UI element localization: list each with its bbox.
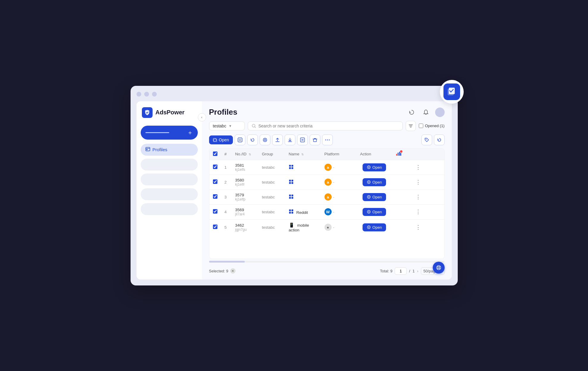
row-checkbox-cell[interactable] xyxy=(209,190,221,204)
sidebar-item-3[interactable] xyxy=(141,173,198,185)
svg-rect-3 xyxy=(146,149,148,150)
selected-count: Selected: 9 ✕ xyxy=(209,268,236,274)
header-no-id[interactable]: No./ID ⇅ xyxy=(232,149,258,160)
row-checkbox[interactable] xyxy=(213,194,217,199)
sidebar-item-2[interactable] xyxy=(141,159,198,170)
svg-rect-11 xyxy=(313,139,316,142)
row-open-button[interactable]: Open xyxy=(363,223,386,231)
logo-icon xyxy=(142,107,153,118)
row-more[interactable]: ⋮ xyxy=(392,160,444,175)
row-more-button[interactable]: ⋮ xyxy=(414,223,423,231)
open-action-button[interactable]: Open xyxy=(209,135,233,144)
header-name[interactable]: Name ⇅ xyxy=(285,149,321,160)
upload-action-button[interactable] xyxy=(272,135,283,145)
table-row: 3 3579 kj1elfp testabc a - xyxy=(209,190,444,204)
row-action: Open xyxy=(357,204,392,219)
plus-icon: ＋ xyxy=(187,129,193,137)
filter-button[interactable] xyxy=(406,121,416,131)
header-action: Action xyxy=(357,149,392,160)
refresh-profiles-button[interactable] xyxy=(247,135,258,145)
clear-selection-button[interactable]: ✕ xyxy=(230,268,236,274)
sidebar-item-profiles[interactable]: Profiles xyxy=(141,144,198,156)
more-action-button[interactable] xyxy=(322,135,333,145)
row-open-button[interactable]: Open xyxy=(363,193,386,201)
row-checkbox[interactable] xyxy=(213,209,217,214)
row-action: Open xyxy=(357,175,392,190)
row-checkbox-cell[interactable] xyxy=(209,175,221,190)
svg-point-43 xyxy=(368,211,370,213)
close-action-button[interactable] xyxy=(260,135,270,145)
group-select-dropdown[interactable]: testabc ▼ xyxy=(209,121,245,130)
row-more[interactable]: ⋮ xyxy=(392,190,444,204)
support-button[interactable] xyxy=(433,262,445,274)
notification-button[interactable] xyxy=(421,107,431,117)
row-checkbox[interactable] xyxy=(213,179,217,184)
svg-rect-18 xyxy=(399,152,400,156)
header-num: # xyxy=(221,149,232,160)
row-more-button[interactable]: ⋮ xyxy=(414,178,423,186)
traffic-light-red[interactable] xyxy=(137,92,141,97)
traffic-light-green[interactable] xyxy=(152,92,157,97)
export-action-button[interactable] xyxy=(297,135,308,145)
header-stats[interactable] xyxy=(392,149,444,160)
row-more-button[interactable]: ⋮ xyxy=(414,163,423,171)
row-id: 3569 jil7ar4 xyxy=(232,204,258,219)
collapse-sidebar-button[interactable]: ‹ xyxy=(198,113,206,121)
platform-icon: W xyxy=(324,208,332,215)
row-action: Open xyxy=(357,190,392,204)
svg-point-8 xyxy=(239,139,241,141)
name-icon xyxy=(289,181,294,185)
opened-badge[interactable]: Opened (1) xyxy=(419,124,445,128)
row-checkbox-cell[interactable] xyxy=(209,219,221,235)
header-checkbox-cell[interactable] xyxy=(209,149,221,160)
traffic-light-yellow[interactable] xyxy=(144,92,149,97)
svg-point-37 xyxy=(368,196,370,198)
horizontal-scrollbar[interactable] xyxy=(209,261,445,263)
sidebar-item-5[interactable] xyxy=(141,203,198,215)
floating-checkmark-badge xyxy=(440,80,464,104)
search-input[interactable] xyxy=(258,124,399,128)
svg-rect-41 xyxy=(291,212,293,214)
opened-checkbox[interactable] xyxy=(419,124,423,128)
row-open-button[interactable]: Open xyxy=(363,208,386,216)
table-row: 2 3580 kj1elfr testabc a - xyxy=(209,175,444,190)
sidebar-item-4[interactable] xyxy=(141,188,198,200)
row-num: 4 xyxy=(221,204,232,219)
row-platform: a - xyxy=(321,175,357,190)
name-icon xyxy=(289,166,294,170)
row-checkbox-cell[interactable] xyxy=(209,160,221,175)
row-more[interactable]: ⋮ xyxy=(392,219,444,235)
page-nav-next[interactable]: › xyxy=(417,269,418,273)
platform-icon: a xyxy=(324,179,332,186)
row-checkbox[interactable] xyxy=(213,225,217,229)
row-checkbox[interactable] xyxy=(213,165,217,169)
search-box[interactable] xyxy=(248,121,403,130)
user-avatar[interactable] xyxy=(435,108,445,117)
row-platform: W - xyxy=(321,204,357,219)
row-more[interactable]: ⋮ xyxy=(392,175,444,190)
new-profile-button[interactable]: ＋ xyxy=(141,126,198,140)
refresh-button[interactable] xyxy=(407,107,417,117)
table-row: 5 3462 jgjn7gu testabc 📱 mobile action ●… xyxy=(209,219,444,235)
action-bar: Open xyxy=(202,135,452,148)
browser-action-button[interactable] xyxy=(235,135,245,145)
platform-icon: a xyxy=(324,193,332,201)
row-open-button[interactable]: Open xyxy=(363,178,386,186)
row-more-button[interactable]: ⋮ xyxy=(414,193,423,201)
row-action: Open xyxy=(357,219,392,235)
refresh-table-button[interactable] xyxy=(434,135,445,145)
delete-action-button[interactable] xyxy=(310,135,320,145)
tag-button[interactable] xyxy=(421,135,432,145)
row-more-button[interactable]: ⋮ xyxy=(414,208,423,216)
import-action-button[interactable] xyxy=(285,135,295,145)
platform-extra: - xyxy=(333,225,335,230)
row-open-button[interactable]: Open xyxy=(363,163,386,171)
select-all-checkbox[interactable] xyxy=(213,151,217,156)
scrollbar-thumb[interactable] xyxy=(209,261,245,263)
open-action-label: Open xyxy=(219,138,229,142)
row-platform: ● - xyxy=(321,219,357,235)
row-more[interactable]: ⋮ xyxy=(392,204,444,219)
page-input[interactable] xyxy=(395,267,407,275)
row-name xyxy=(285,175,321,190)
row-checkbox-cell[interactable] xyxy=(209,204,221,219)
